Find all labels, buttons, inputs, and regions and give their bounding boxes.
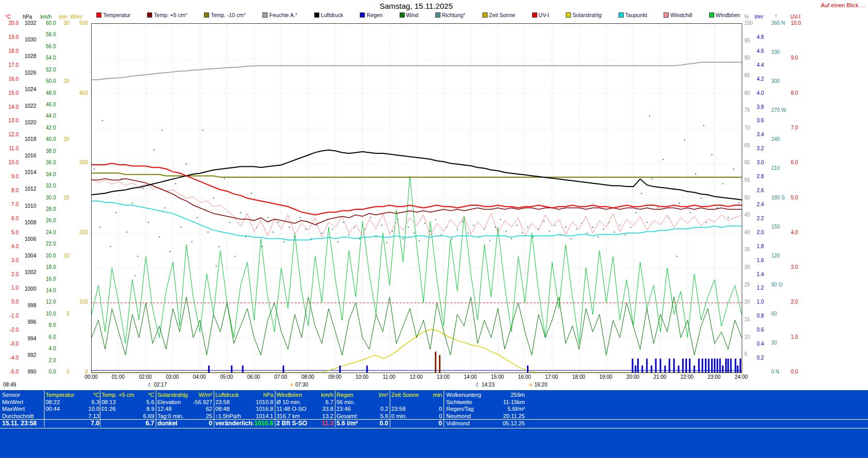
- axis-label-lm2: 3.0: [757, 160, 777, 165]
- info-cell-value: 05.12.25: [503, 420, 525, 427]
- row-separator: [0, 419, 868, 420]
- marker-time: 16:20: [534, 382, 547, 388]
- time-label: 02:00: [136, 374, 155, 380]
- axis-label-hpa: 990: [19, 369, 36, 375]
- axis-label-kmh: 24.0: [38, 230, 56, 235]
- axis-label-hpa: 1012: [19, 187, 36, 192]
- legend-label: Temperatur: [103, 12, 130, 18]
- dot-Richtung: [603, 228, 604, 230]
- stat-cell-value: 0.0: [379, 420, 388, 427]
- axis-label-kmh: 32.0: [38, 183, 56, 189]
- stat-cell-label: veränderlich: [215, 420, 252, 427]
- dot-Richtung: [543, 221, 545, 222]
- stat-cell-label: Gesamt:: [336, 413, 358, 419]
- dot-Richtung: [722, 183, 723, 184]
- col-header-Temperatur: °CTemperatur: [46, 392, 99, 398]
- dot-Richtung: [359, 238, 360, 239]
- stat-cell-label: 23:58: [391, 406, 406, 412]
- axis-label-lm2: 1.8: [757, 244, 777, 249]
- dot-Richtung: [430, 231, 431, 232]
- row-label-label: 15.11. 23:58: [2, 420, 37, 427]
- info-cell-label: Vollmond: [446, 420, 469, 426]
- stat-cell-label: 08:48: [215, 406, 230, 412]
- dot-Richtung: [451, 238, 452, 239]
- axis-label-uvi: 2.0: [791, 299, 812, 305]
- stat-cell: 10.000:44: [46, 406, 99, 412]
- legend-item: Taupunkt: [619, 12, 648, 18]
- series-Feuchte A.: [92, 62, 742, 80]
- axis-label-min: 10: [52, 253, 69, 259]
- col-header-Solarstrahlg: W/m²Solarstrahlg: [157, 392, 212, 398]
- dot-Richtung: [506, 231, 507, 232]
- legend-swatch: [709, 12, 714, 18]
- axis-label-kmh: 22.0: [38, 241, 56, 247]
- axis-label-hpa: 1024: [19, 87, 36, 92]
- dot-Richtung: [408, 227, 409, 228]
- legend-swatch: [262, 12, 268, 18]
- dot-Richtung: [213, 198, 214, 199]
- legend-swatch: [664, 12, 669, 18]
- axis-label-pct: 90: [744, 55, 765, 61]
- time-label: 16:00: [515, 374, 534, 380]
- axis-label-hpa: 1030: [19, 37, 36, 42]
- axis-label-lm2: 4.8: [757, 35, 777, 40]
- legend-item: Feuchte A.°: [262, 12, 297, 18]
- legend-label: Taupunkt: [625, 12, 648, 18]
- column-separator: [44, 391, 45, 427]
- overview-link[interactable]: Auf einen Blick ...: [821, 2, 865, 8]
- legend-label: Regen: [366, 12, 382, 18]
- col-header-Regen: l/m²Regen: [336, 392, 388, 398]
- axis-label-kmh: 16.0: [38, 277, 56, 282]
- dot-Richtung: [500, 219, 501, 220]
- axis-label-celsius: -4.0: [1, 355, 19, 361]
- stat-cell-value: 8.9: [146, 406, 154, 412]
- dot-Richtung: [554, 225, 555, 226]
- dot-Richtung: [414, 233, 415, 234]
- dot-Richtung: [126, 232, 127, 233]
- axis-label-celsius: 16.0: [1, 77, 19, 82]
- time-label: 07:00: [271, 374, 290, 380]
- legend-item: Temperatur: [96, 12, 130, 18]
- axis-label-celsius: 20.0: [1, 21, 19, 26]
- dot-Richtung: [181, 227, 182, 228]
- axis-label-hpa: 1006: [19, 237, 36, 242]
- axis-label-kmh: 58.0: [38, 32, 56, 37]
- axis-label-pct: 10: [744, 335, 765, 340]
- dot-Richtung: [522, 233, 523, 234]
- axis-label-celsius: -5.0: [1, 369, 19, 375]
- axis-label-celsius: 10.0: [1, 160, 19, 165]
- dot-Richtung: [202, 130, 203, 131]
- axis-label-hpa: 1016: [19, 153, 36, 159]
- dot-Richtung: [300, 217, 301, 218]
- time-label: 23:00: [705, 374, 724, 380]
- axis-label-lm2: 3.2: [757, 146, 777, 151]
- axis-label-deg: 90 O: [771, 282, 792, 288]
- dot-Richtung: [392, 231, 393, 232]
- legend-label: Zeit Sonne: [489, 12, 516, 18]
- stat-cell: 1010.823:58: [215, 399, 273, 406]
- dot-Richtung: [657, 207, 658, 208]
- stat-cell: 7.0: [46, 420, 99, 427]
- legend-item: Luftdruck: [314, 12, 343, 18]
- legend-label: Windböen: [716, 12, 740, 18]
- info-cell: 11-15kmSichtweite: [446, 399, 525, 406]
- legend-swatch: [482, 12, 488, 18]
- info-cell-label: Neumond: [446, 413, 471, 419]
- dot-Richtung: [625, 235, 626, 236]
- axis-label-min: 20: [52, 137, 69, 142]
- axis-label-min: 25: [52, 79, 69, 84]
- axis-label-kmh: 42.0: [38, 125, 56, 131]
- axis-label-hpa: 1008: [19, 220, 36, 225]
- time-label: 06:00: [244, 374, 263, 380]
- stat-cell-value: 0: [209, 420, 212, 427]
- axis-label-lm2: 4.0: [757, 91, 777, 96]
- dot-Richtung: [94, 168, 95, 169]
- legend-label: Solarstrahlg: [572, 12, 601, 18]
- axis-label-min: 5: [52, 311, 69, 317]
- dot-Richtung: [587, 233, 588, 234]
- dot-Richtung: [728, 217, 729, 218]
- dot-Richtung: [630, 227, 631, 228]
- axis-label-deg: 180 S: [771, 195, 792, 201]
- legend-label: Windchill: [670, 12, 692, 18]
- time-label: 01:00: [109, 374, 127, 380]
